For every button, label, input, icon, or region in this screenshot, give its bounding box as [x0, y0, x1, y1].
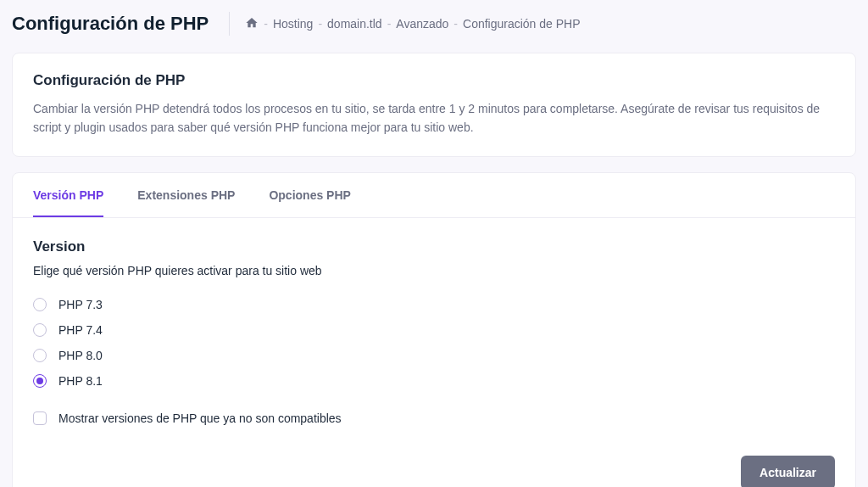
breadcrumb: - Hosting - domain.tld - Avanzado - Conf…: [245, 16, 580, 32]
radio-icon: [33, 298, 47, 311]
radio-label: PHP 8.0: [58, 349, 103, 362]
tab-label: Opciones PHP: [269, 188, 350, 202]
page-title: Configuración de PHP: [12, 13, 214, 35]
main-card: Versión PHP Extensiones PHP Opciones PHP…: [12, 172, 856, 487]
checkbox-show-unsupported[interactable]: Mostrar versiones de PHP que ya no son c…: [33, 411, 835, 425]
tab-options-php[interactable]: Opciones PHP: [269, 173, 350, 217]
radio-icon: [33, 323, 47, 337]
tab-body: Version Elige qué versión PHP quieres ac…: [13, 218, 855, 487]
breadcrumb-item-advanced[interactable]: Avanzado: [396, 17, 448, 31]
tab-label: Versión PHP: [33, 188, 103, 202]
home-icon[interactable]: [245, 16, 259, 32]
version-title: Version: [33, 238, 835, 255]
radio-php-73[interactable]: PHP 7.3: [33, 298, 835, 311]
version-description: Elige qué versión PHP quieres activar pa…: [33, 264, 835, 277]
checkbox-label: Mostrar versiones de PHP que ya no son c…: [58, 411, 342, 425]
intro-description: Cambiar la versión PHP detendrá todos lo…: [33, 99, 835, 137]
breadcrumb-separator: -: [453, 17, 458, 31]
actions-row: Actualizar: [33, 456, 835, 487]
page-header: Configuración de PHP - Hosting - domain.…: [12, 12, 856, 36]
radio-php-74[interactable]: PHP 7.4: [33, 323, 835, 337]
tab-version-php[interactable]: Versión PHP: [33, 173, 103, 217]
checkbox-icon: [33, 411, 47, 425]
tab-label: Extensiones PHP: [137, 188, 235, 202]
intro-title: Configuración de PHP: [33, 72, 835, 89]
breadcrumb-separator: -: [264, 17, 268, 31]
radio-php-81[interactable]: PHP 8.1: [33, 374, 835, 388]
intro-card: Configuración de PHP Cambiar la versión …: [12, 53, 856, 157]
breadcrumb-item-hosting[interactable]: Hosting: [273, 17, 313, 31]
radio-icon: [33, 374, 47, 388]
breadcrumb-separator: -: [318, 17, 322, 31]
tabs: Versión PHP Extensiones PHP Opciones PHP: [13, 173, 855, 218]
radio-label: PHP 7.4: [58, 323, 103, 337]
radio-php-80[interactable]: PHP 8.0: [33, 349, 835, 362]
version-radio-list: PHP 7.3 PHP 7.4 PHP 8.0 PHP 8.1: [33, 298, 835, 388]
breadcrumb-item-domain[interactable]: domain.tld: [327, 17, 382, 31]
radio-icon: [33, 349, 47, 362]
breadcrumb-separator: -: [387, 17, 392, 31]
breadcrumb-item-current: Configuración de PHP: [463, 17, 581, 31]
radio-label: PHP 8.1: [58, 374, 103, 388]
tab-extensions-php[interactable]: Extensiones PHP: [137, 173, 235, 217]
update-button[interactable]: Actualizar: [741, 456, 835, 487]
divider: [229, 12, 230, 36]
radio-label: PHP 7.3: [58, 298, 103, 311]
